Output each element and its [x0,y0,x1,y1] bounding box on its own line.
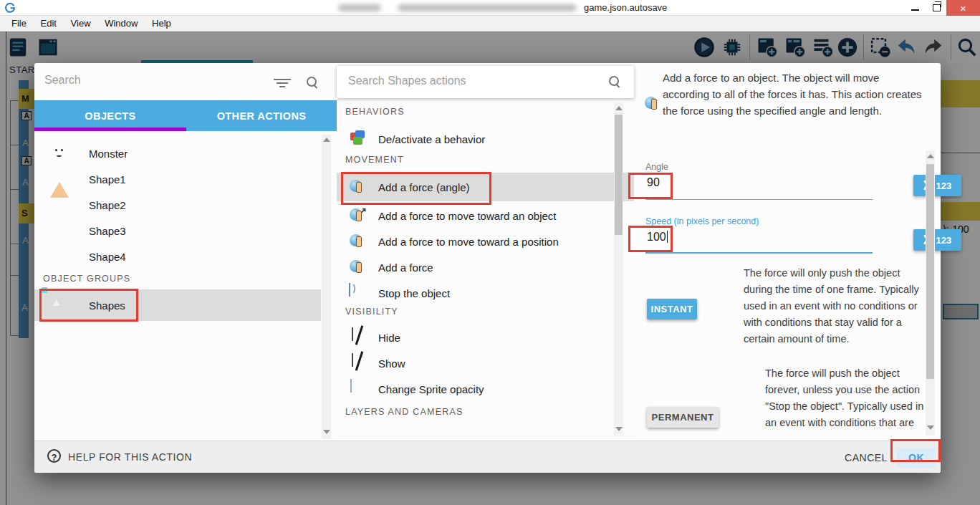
force-icon [349,258,368,276]
close-icon: × [960,2,966,14]
annotation-box-ok-button [890,439,941,462]
object-groups-header: OBJECT GROUPS [43,274,130,284]
restore-button[interactable] [926,0,946,16]
menubar: File Edit View Window Help [0,16,980,32]
search-icon[interactable] [307,77,318,88]
object-row-monster[interactable]: Monster [34,140,321,166]
force-angle-icon [644,95,660,110]
minimize-button[interactable] [905,0,925,16]
object-tabs: OBJECTS OTHER ACTIONS [34,100,337,131]
menu-window[interactable]: Window [105,18,138,29]
search-icon[interactable] [609,76,620,87]
help-icon: ? [47,449,61,463]
section-behaviors: BEHAVIORS [345,107,405,117]
section-visibility: VISIBILITY [345,307,398,317]
mid-scrollbar-thumb[interactable] [615,115,623,235]
object-row-shape1[interactable]: Shape1 [34,166,321,192]
object-row-shape2[interactable]: Shape2 [34,192,321,218]
section-layers-cameras: LAYERS AND CAMERAS [345,407,463,417]
action-search-input[interactable] [348,74,585,87]
redacted-path-segment [338,4,381,11]
speed-label: Speed (in pixels per second) [645,216,759,226]
action-search-card [337,66,634,98]
instant-description: The force will only push the object duri… [744,265,923,347]
pentagon-icon [50,247,69,266]
object-selector-panel: OBJECTS OTHER ACTIONS Monster Shape1 Sha… [34,63,337,441]
hide-icon [349,328,368,347]
angle-label: Angle [645,162,668,172]
action-parameters-panel: Add a force to an object. The object wil… [634,63,941,441]
cancel-button[interactable]: CANCEL [842,448,890,468]
scroll-up-icon[interactable] [927,154,934,158]
scroll-up-icon[interactable] [615,106,623,110]
tab-objects[interactable]: OBJECTS [34,100,186,131]
action-stop-object[interactable]: Stop the object [337,282,615,304]
annotation-box-speed-value [628,226,673,252]
show-icon [349,354,368,372]
menu-edit[interactable]: Edit [41,18,57,29]
dialog-footer: ? HELP FOR THIS ACTION CANCEL OK [34,441,941,473]
filter-icon[interactable] [274,79,291,90]
action-force-toward-object[interactable]: ↗ Add a force to move toward an object [337,204,615,227]
section-movement: MOVEMENT [345,155,404,165]
menu-file[interactable]: File [11,18,27,29]
scroll-down-icon[interactable] [927,425,934,430]
active-tab-indicator [34,128,186,131]
stop-object-icon [349,284,368,302]
annotation-box-angle-value [628,173,673,199]
menu-help[interactable]: Help [152,18,171,29]
restore-icon [933,4,941,11]
triangle-icon [50,170,69,188]
object-search-input[interactable] [44,74,259,87]
permanent-button[interactable]: PERMANENT [647,407,719,428]
window-title: game.json.autosave [584,2,667,13]
right-scrollbar-thumb[interactable] [926,164,934,379]
action-hide[interactable]: Hide [337,326,615,349]
action-editor-dialog: OBJECTS OTHER ACTIONS Monster Shape1 Sha… [34,63,941,473]
speed-underline-focused [645,252,873,254]
circle-icon [50,221,69,240]
redacted-path-segment [398,4,577,11]
annotation-box-add-force-angle [341,172,491,205]
action-description: Add a force to an object. The object wil… [663,69,922,119]
action-selector-panel: BEHAVIORS De/activate a behavior MOVEMEN… [337,63,634,441]
angle-underline [645,199,873,200]
help-link[interactable]: HELP FOR THIS ACTION [68,451,192,463]
action-force-toward-position[interactable]: Add a force to move toward a position [337,230,615,253]
object-row-shape4[interactable]: Shape4 [34,244,321,269]
force-toward-position-icon [349,232,368,251]
speed-expression-button[interactable]: Σ 123 [913,229,961,251]
action-show[interactable]: Show [337,352,615,375]
menu-view[interactable]: View [71,18,91,29]
opacity-icon [349,380,368,398]
permanent-description: The force will push the object forever, … [765,365,933,431]
scroll-up-icon[interactable] [323,138,330,142]
behavior-icon [349,130,368,148]
angle-expression-button[interactable]: Σ 123 [913,175,961,196]
object-row-shape3[interactable]: Shape3 [34,218,321,244]
force-toward-object-icon: ↗ [349,206,368,225]
minimize-icon [911,9,919,11]
instant-button[interactable]: INSTANT [647,299,697,319]
action-change-opacity[interactable]: Change Sprite opacity [337,377,615,400]
scroll-down-icon[interactable] [615,427,623,431]
scroll-down-icon[interactable] [323,430,330,434]
action-add-force[interactable]: Add a force [337,256,615,279]
annotation-box-shapes-group [39,289,138,322]
left-scrollbar[interactable] [322,135,331,439]
action-deactivate-behavior[interactable]: De/activate a behavior [337,128,615,150]
window-titlebar: game.json.autosave × [0,0,980,16]
monster-icon [50,144,69,163]
square-icon [50,196,69,214]
tab-other-actions[interactable]: OTHER ACTIONS [186,100,337,131]
close-button[interactable]: × [946,0,980,16]
gdevelop-logo-icon [4,1,16,13]
